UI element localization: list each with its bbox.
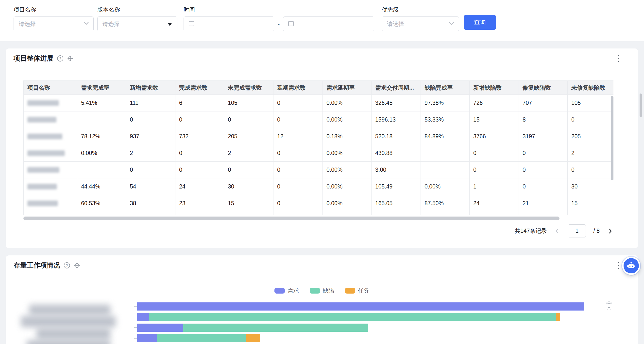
- redacted-category-label: [26, 340, 110, 344]
- table-cell: 3197: [519, 128, 568, 145]
- table-cell: 0.00%: [323, 95, 372, 112]
- table-cell: 84.89%: [421, 128, 470, 145]
- project-select-placeholder: 请选择: [19, 20, 36, 28]
- table-cell: 15: [224, 195, 274, 212]
- redacted-category-label: [36, 328, 110, 340]
- version-name-select[interactable]: 请选择: [97, 16, 178, 31]
- table-column-header: 项目名称: [24, 81, 77, 95]
- table-cell: 0.00%: [77, 145, 126, 162]
- legend-item[interactable]: 任务: [345, 287, 369, 295]
- table-row: 5.41%111610500.00%326.4597.38%726707105: [24, 95, 614, 112]
- project-name-select[interactable]: 请选择: [14, 16, 94, 31]
- legend-marker: [345, 288, 355, 294]
- table-cell: [77, 112, 126, 128]
- legend-item[interactable]: 需求: [274, 287, 299, 295]
- table-cell: 3.00: [372, 162, 421, 178]
- table-row: 00000.00%3.00000: [24, 162, 614, 178]
- filter-version: 版本名称 请选择: [97, 6, 178, 31]
- table-cell: 0: [519, 162, 568, 178]
- project-progress-card: 项目整体进展 ? ⋮ 项目名称需求完成率新增需求数完成需求数未完成需求数延期需求…: [6, 48, 638, 248]
- chevron-down-icon: [84, 22, 89, 26]
- card-menu-kebab-icon[interactable]: ⋮: [614, 54, 622, 62]
- card-menu-kebab-icon[interactable]: ⋮: [614, 261, 622, 269]
- bar-segment-需求: [137, 313, 149, 321]
- query-button[interactable]: 查询: [464, 15, 496, 30]
- table-cell: 15: [470, 112, 519, 128]
- calendar-icon: [188, 20, 195, 27]
- table-cell: 0: [274, 112, 323, 128]
- table-cell: 6: [176, 95, 224, 112]
- start-date-input[interactable]: [184, 16, 274, 31]
- help-icon[interactable]: ?: [64, 262, 70, 269]
- table-cell: 3766: [470, 128, 519, 145]
- project-name-cell-redacted: [24, 178, 77, 195]
- move-icon[interactable]: [67, 55, 74, 62]
- bar-row: [137, 313, 584, 321]
- table-row: 60.53%38231500.00%165.0587.50%242115: [24, 195, 614, 212]
- progress-table: 项目名称需求完成率新增需求数完成需求数未完成需求数延期需求数需求延期率需求交付周…: [24, 80, 614, 215]
- bar-row: [137, 334, 584, 342]
- table-cell: 0: [470, 145, 519, 162]
- filter-priority: 优先级 请选择: [382, 6, 459, 31]
- datazoom-handle[interactable]: [607, 303, 611, 310]
- table-cell: 0: [519, 178, 568, 195]
- table-cell: 0: [568, 162, 614, 178]
- table-cell: [470, 212, 519, 215]
- pagination: 共147条记录 / 8: [515, 224, 614, 237]
- table-cell: 12: [274, 128, 323, 145]
- legend-item[interactable]: 缺陷: [310, 287, 334, 295]
- chart-datazoom-slider[interactable]: [606, 301, 612, 344]
- table-cell: 0: [519, 145, 568, 162]
- legend: 需求缺陷任务: [6, 287, 638, 295]
- next-page-icon[interactable]: [607, 228, 614, 234]
- bar-segment-缺陷: [157, 334, 246, 342]
- table-cell: 520.18: [372, 128, 421, 145]
- table-cell: [372, 212, 421, 215]
- table-cell: 0: [126, 162, 176, 178]
- table-cell: [519, 212, 568, 215]
- filter-bar: 项目名称 请选择 版本名称 请选择 时间: [0, 0, 644, 41]
- table-cell: 105: [224, 95, 274, 112]
- table-cell: 0: [274, 145, 323, 162]
- move-icon[interactable]: [74, 262, 80, 269]
- prev-page-icon[interactable]: [554, 228, 560, 234]
- table-cell: 0.18%: [323, 128, 372, 145]
- table-cell: 0: [224, 112, 274, 128]
- calendar-icon: [288, 20, 294, 27]
- table-column-header: 新增需求数: [126, 81, 176, 95]
- table-column-header: 延期需求数: [274, 81, 323, 95]
- assistant-robot-button[interactable]: [622, 257, 640, 275]
- table-cell: 0.00%: [323, 195, 372, 212]
- project-name-cell-redacted: [24, 112, 77, 128]
- table-cell: 0.00%: [323, 145, 372, 162]
- legend-label: 任务: [358, 287, 369, 295]
- table-vertical-scrollbar[interactable]: [611, 96, 614, 180]
- filter-time: 时间 -: [184, 6, 374, 31]
- stock-workitems-card: 存量工作项情况 ? ⋮ 需求缺陷任务: [6, 255, 638, 344]
- caret-down-icon: [167, 23, 172, 26]
- bar-segment-任务: [246, 334, 260, 342]
- table-header-row: 项目名称需求完成率新增需求数完成需求数未完成需求数延期需求数需求延期率需求交付周…: [24, 81, 614, 95]
- table-row: 44.44%54243000.00%105.490.00%1030: [24, 178, 614, 195]
- table-cell: 205: [224, 128, 274, 145]
- bars: [137, 302, 584, 344]
- table-cell: 2: [568, 145, 614, 162]
- project-name-cell-redacted: [24, 128, 77, 145]
- table-cell: 30: [568, 178, 614, 195]
- bar-row: [137, 302, 584, 311]
- table-cell: [126, 212, 176, 215]
- table-cell: 726: [470, 95, 519, 112]
- table-cell: 0: [274, 95, 323, 112]
- table-cell: [421, 145, 470, 162]
- table-row: 0.00%20200.00%430.88002: [24, 145, 614, 162]
- table-horizontal-scrollbar[interactable]: [24, 216, 614, 220]
- priority-label: 优先级: [382, 6, 459, 13]
- table-cell: [421, 162, 470, 178]
- help-icon[interactable]: ?: [57, 55, 64, 62]
- page-number-input[interactable]: [568, 224, 586, 237]
- total-pages-text: / 8: [593, 228, 600, 234]
- end-date-input[interactable]: [283, 16, 374, 31]
- page-scrollbar[interactable]: [640, 94, 642, 117]
- table-cell: [77, 162, 126, 178]
- priority-select[interactable]: 请选择: [382, 16, 459, 31]
